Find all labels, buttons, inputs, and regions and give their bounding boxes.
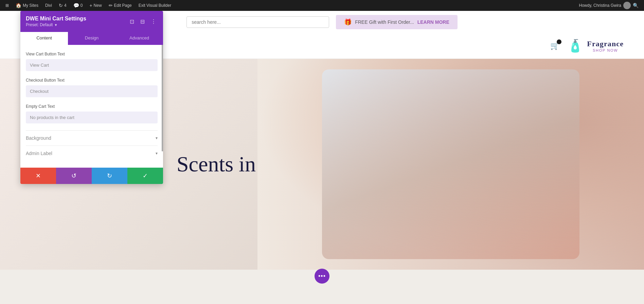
- view-cart-input[interactable]: [26, 59, 158, 71]
- redo-button[interactable]: ↻: [92, 168, 127, 184]
- promo-text: FREE Gift with First Order...: [355, 19, 414, 25]
- admin-label-section: Admin Label ▾: [26, 146, 158, 161]
- tab-advanced[interactable]: Advanced: [115, 32, 163, 45]
- revisions-menu[interactable]: ↻ 4: [56, 0, 69, 11]
- admin-bar: ⊞ 🏠 My Sites Divi ↻ 4 💬 0 + New ✏ Edit P…: [0, 0, 644, 11]
- search-icon[interactable]: 🔍: [633, 3, 639, 8]
- avatar: [623, 2, 631, 9]
- settings-panel: DWE Mini Cart Settings Preset: Default ▼…: [20, 11, 163, 184]
- save-icon: ✓: [143, 172, 148, 180]
- admin-label-section-header[interactable]: Admin Label ▾: [26, 151, 158, 156]
- empty-cart-field-group: Empty Cart Text: [26, 104, 158, 123]
- dots-icon: •••: [318, 273, 326, 280]
- background-section-header[interactable]: Background ▾: [26, 135, 158, 141]
- panel-tabs: Content Design Advanced: [20, 32, 163, 45]
- revisions-icon: ↻: [59, 3, 63, 8]
- floating-dots-button[interactable]: •••: [315, 269, 329, 284]
- cart-icon-wrap[interactable]: 🛒: [550, 41, 559, 50]
- fragrance-text: Fragrance SHOP NOW: [587, 39, 624, 52]
- panel-expand-button[interactable]: ⊡: [128, 18, 136, 26]
- cancel-icon: ✕: [36, 172, 41, 180]
- panel-header-left: DWE Mini Cart Settings Preset: Default ▼: [26, 16, 86, 27]
- checkout-label: Checkout Button Text: [26, 78, 158, 83]
- panel-columns-button[interactable]: ⊟: [139, 18, 146, 26]
- shop-now-link[interactable]: SHOP NOW: [587, 48, 624, 52]
- checkout-field-group: Checkout Button Text: [26, 78, 158, 97]
- panel-more-button[interactable]: ⋮: [149, 18, 158, 26]
- hero-heading: Scents in: [177, 152, 256, 177]
- new-menu[interactable]: + New: [87, 0, 104, 11]
- background-chevron-icon: ▾: [156, 136, 158, 140]
- tab-content[interactable]: Content: [20, 32, 68, 45]
- comments-icon: 💬: [73, 3, 79, 8]
- comments-menu[interactable]: 💬 0: [71, 0, 86, 11]
- admin-bar-right: Howdy, Christina Gwira 🔍: [579, 2, 641, 9]
- empty-cart-input[interactable]: [26, 112, 158, 123]
- view-cart-label: View Cart Button Text: [26, 52, 158, 56]
- new-icon: +: [89, 3, 92, 8]
- tab-design[interactable]: Design: [68, 32, 115, 45]
- gift-icon: 🎁: [344, 18, 352, 26]
- panel-header-actions: ⊡ ⊟ ⋮: [128, 18, 158, 26]
- learn-more-link[interactable]: LEARN MORE: [417, 19, 449, 25]
- background-section: Background ▾: [26, 130, 158, 146]
- my-sites-icon: 🏠: [16, 3, 21, 8]
- redo-icon: ↻: [107, 172, 112, 180]
- wp-logo[interactable]: ⊞: [3, 0, 12, 11]
- preset-arrow-icon[interactable]: ▼: [54, 23, 57, 27]
- edit-page-link[interactable]: ✏ Edit Page: [106, 0, 135, 11]
- fragrance-title: Fragrance: [587, 39, 624, 48]
- edit-icon: ✏: [109, 3, 113, 8]
- panel-resize-handle[interactable]: [162, 45, 163, 151]
- panel-preset: Preset: Default ▼: [26, 22, 86, 27]
- header-right: 🛒 🧴 Fragrance SHOP NOW: [550, 39, 624, 53]
- empty-cart-label: Empty Cart Text: [26, 104, 158, 109]
- cart-badge: [557, 39, 561, 44]
- preset-label: Preset: Default: [26, 22, 53, 27]
- hero-decorative-image: [322, 69, 579, 259]
- admin-label-section-title: Admin Label: [26, 151, 52, 156]
- panel-body: View Cart Button Text Checkout Button Te…: [20, 45, 163, 168]
- view-cart-field-group: View Cart Button Text: [26, 52, 158, 71]
- promo-banner: 🎁 FREE Gift with First Order... LEARN MO…: [336, 15, 458, 29]
- admin-label-chevron-icon: ▾: [156, 151, 158, 156]
- checkout-input[interactable]: [26, 85, 158, 97]
- save-button[interactable]: ✓: [127, 168, 163, 184]
- search-input[interactable]: [186, 16, 329, 28]
- panel-title: DWE Mini Cart Settings: [26, 16, 86, 22]
- background-section-title: Background: [26, 135, 51, 141]
- divi-menu[interactable]: Divi: [42, 0, 55, 11]
- exit-visual-builder-link[interactable]: Exit Visual Builder: [136, 0, 174, 11]
- my-sites-menu[interactable]: 🏠 My Sites: [13, 0, 41, 11]
- panel-actions: ✕ ↺ ↻ ✓: [20, 168, 163, 184]
- user-greeting: Howdy, Christina Gwira: [579, 3, 621, 8]
- undo-button[interactable]: ↺: [56, 168, 92, 184]
- fragrance-promo: 🧴 Fragrance SHOP NOW: [568, 39, 624, 53]
- fragrance-bottle-icon: 🧴: [568, 39, 583, 53]
- cancel-button[interactable]: ✕: [20, 168, 56, 184]
- panel-header: DWE Mini Cart Settings Preset: Default ▼…: [20, 11, 163, 32]
- undo-icon: ↺: [71, 172, 76, 180]
